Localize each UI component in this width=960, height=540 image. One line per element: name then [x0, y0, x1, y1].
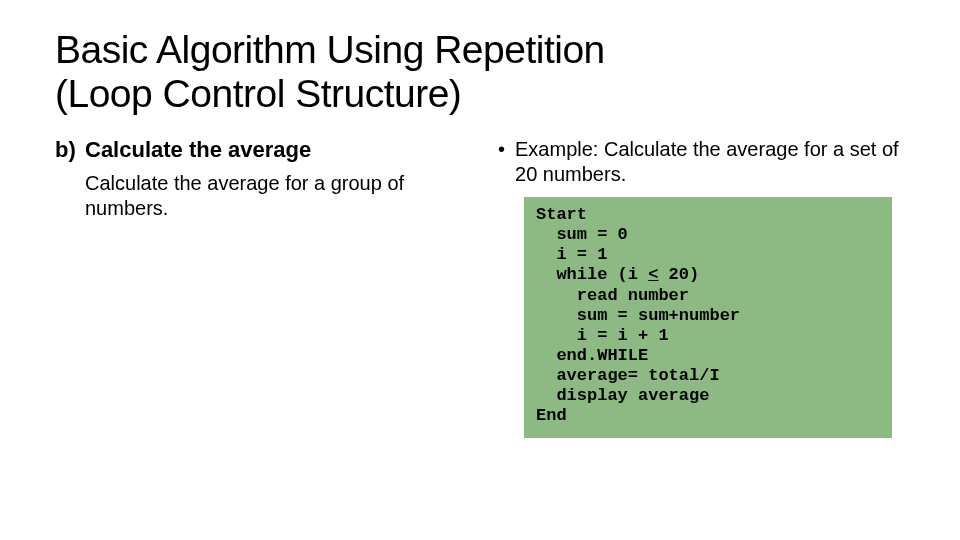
code-line: average= total/I: [536, 366, 720, 385]
slide-root: Basic Algorithm Using Repetition (Loop C…: [0, 0, 960, 540]
left-heading-row: b) Calculate the average: [55, 137, 462, 163]
code-line: 20): [658, 265, 699, 284]
bullet-icon: •: [498, 137, 505, 162]
left-heading: Calculate the average: [85, 137, 311, 163]
title-line-2: (Loop Control Structure): [55, 72, 461, 115]
slide-title: Basic Algorithm Using Repetition (Loop C…: [55, 28, 905, 115]
left-body-text: Calculate the average for a group of num…: [85, 171, 462, 221]
code-block: Start sum = 0 i = 1 while (i < 20) read …: [524, 197, 892, 438]
code-underline: <: [648, 265, 658, 284]
example-text: Example: Calculate the average for a set…: [515, 137, 905, 187]
code-line: Start: [536, 205, 587, 224]
left-column: b) Calculate the average Calculate the a…: [55, 137, 462, 438]
code-line: sum = sum+number: [536, 306, 740, 325]
code-line: while (i: [536, 265, 648, 284]
code-line: sum = 0: [536, 225, 628, 244]
right-column: • Example: Calculate the average for a s…: [498, 137, 905, 438]
code-line: End: [536, 406, 567, 425]
list-marker: b): [55, 137, 85, 163]
code-line: end.WHILE: [536, 346, 648, 365]
code-line: display average: [536, 386, 709, 405]
code-line: i = i + 1: [536, 326, 669, 345]
code-content: Start sum = 0 i = 1 while (i < 20) read …: [536, 205, 880, 426]
content-columns: b) Calculate the average Calculate the a…: [55, 137, 905, 438]
title-line-1: Basic Algorithm Using Repetition: [55, 28, 605, 71]
code-line: i = 1: [536, 245, 607, 264]
example-row: • Example: Calculate the average for a s…: [498, 137, 905, 187]
code-line: read number: [536, 286, 689, 305]
